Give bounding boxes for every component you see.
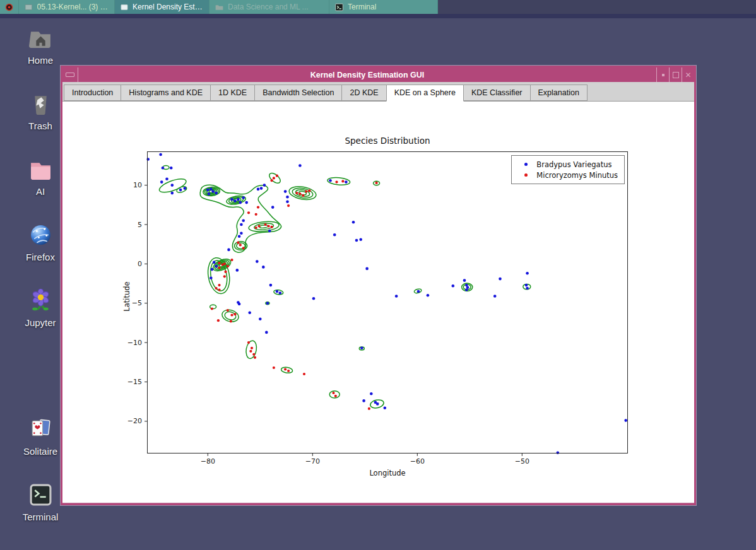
- legend-label: Bradypus Variegatus: [536, 160, 611, 169]
- taskbar-record-button[interactable]: [0, 0, 19, 14]
- home-icon: [29, 26, 52, 52]
- firefox-icon: [29, 223, 52, 247]
- folder-pink-icon: [29, 158, 52, 181]
- tab-histograms-and-kde[interactable]: Histograms and KDE: [121, 85, 211, 101]
- tab-introduction[interactable]: Introduction: [64, 85, 121, 101]
- plot-title: Species Distribution: [147, 136, 628, 146]
- window-title: Kernel Density Estimation GUI: [78, 67, 656, 82]
- taskbar-item-label: Terminal: [348, 3, 376, 11]
- tab-kde-classifier[interactable]: KDE Classifier: [463, 85, 531, 101]
- taskbar-right-strip: [438, 0, 756, 14]
- solitaire-cards-icon: [29, 418, 52, 441]
- legend-entry-bradypus-variegatus: Bradypus Variegatus: [517, 159, 618, 170]
- trash-icon: [29, 92, 52, 115]
- taskbar-item-terminal[interactable]: Terminal: [329, 0, 438, 14]
- kde-contours: [158, 166, 531, 409]
- tab-bandwidth-selection[interactable]: Bandwidth Selection: [254, 85, 342, 101]
- plot-legend: Bradypus VariegatusMicroryzomys Minutus: [511, 155, 625, 184]
- tab-kde-on-a-sphere[interactable]: KDE on a Sphere: [386, 85, 464, 102]
- tab-explanation[interactable]: Explanation: [530, 85, 588, 101]
- scatter-microryzomys-minutus: [211, 175, 378, 410]
- tab-bar: IntroductionHistograms and KDE1D KDEBand…: [62, 82, 694, 102]
- taskbar-item-label: Kernel Density Estim...: [133, 3, 204, 11]
- plot-canvas: −80−70−60−501050−5−10−15−20: [147, 151, 628, 453]
- taskbar: 05.13-Kernel... (3) - ...Kernel Density …: [0, 0, 438, 14]
- folder-pink-icon: [29, 158, 52, 183]
- taskbar-item-label: Data Science and ML ...: [228, 3, 309, 11]
- taskbar-item-kernel-density-estim[interactable]: Kernel Density Estim...: [115, 0, 210, 14]
- svg-text:5: 5: [138, 221, 142, 229]
- jupyter-flower-icon: [29, 289, 52, 312]
- close-button[interactable]: ✕: [682, 67, 694, 82]
- svg-text:10: 10: [133, 181, 142, 189]
- scatter-bradypus-variegatus: [146, 153, 627, 454]
- svg-text:−10: −10: [127, 339, 142, 347]
- window-active-icon: [120, 3, 129, 12]
- window-icon: [24, 3, 33, 12]
- desktop-icon-home[interactable]: Home: [10, 26, 71, 66]
- window-titlebar[interactable]: Kernel Density Estimation GUI ✕: [62, 67, 694, 82]
- svg-text:−15: −15: [127, 378, 142, 386]
- menu-dot-button[interactable]: [656, 67, 669, 82]
- legend-entry-microryzomys-minutus: Microryzomys Minutus: [517, 170, 618, 180]
- record-icon: [5, 3, 13, 12]
- terminal-small-icon: [334, 3, 344, 12]
- taskbar-shadow: [0, 14, 756, 18]
- svg-text:−70: −70: [305, 457, 320, 465]
- taskbar-item-label: 05.13-Kernel... (3) - ...: [37, 3, 109, 11]
- shade-button[interactable]: [62, 67, 78, 82]
- legend-label: Microryzomys Minutus: [536, 171, 618, 180]
- trash-icon: [29, 92, 52, 117]
- terminal-icon: [29, 483, 52, 508]
- terminal-icon: [29, 483, 52, 506]
- legend-marker-icon: [524, 173, 528, 177]
- matplotlib-plot: Species Distribution −80−70−60−501050−5−…: [147, 151, 628, 453]
- tick-labels: −80−70−60−501050−5−10−15−20: [127, 181, 529, 465]
- tab-1d-kde[interactable]: 1D KDE: [210, 85, 255, 101]
- menu-dot-icon: [662, 74, 664, 76]
- tab-2d-kde[interactable]: 2D KDE: [341, 85, 386, 101]
- axes-box: [148, 152, 628, 453]
- legend-marker-icon: [524, 163, 528, 166]
- desktop-icon-label: Home: [10, 55, 71, 66]
- svg-text:−50: −50: [515, 457, 529, 465]
- home-icon: [29, 26, 52, 50]
- maximize-icon: [673, 72, 679, 78]
- svg-text:−5: −5: [132, 299, 142, 307]
- axis-ticks: [145, 185, 522, 456]
- jupyter-flower-icon: [29, 289, 52, 314]
- tab-content: Species Distribution −80−70−60−501050−5−…: [62, 102, 694, 503]
- maximize-button[interactable]: [669, 67, 682, 82]
- x-axis-label: Longitude: [147, 469, 628, 477]
- firefox-icon: [29, 223, 52, 249]
- taskbar-item-05-13-kernel-3[interactable]: 05.13-Kernel... (3) - ...: [19, 0, 115, 14]
- svg-text:−60: −60: [410, 457, 425, 465]
- desktop-icon-label: Terminal: [10, 512, 71, 522]
- solitaire-cards-icon: [29, 418, 52, 443]
- svg-text:−20: −20: [127, 417, 142, 425]
- svg-text:0: 0: [138, 260, 142, 268]
- close-icon: ✕: [685, 71, 691, 79]
- taskbar-item-data-science-and-ml[interactable]: Data Science and ML ...: [210, 0, 329, 14]
- kde-gui-window: Kernel Density Estimation GUI ✕ Introduc…: [61, 66, 696, 505]
- folder-small-icon: [215, 3, 224, 12]
- shade-dash-icon: [66, 73, 74, 77]
- svg-text:−80: −80: [201, 457, 215, 465]
- y-axis-label: Latitude: [122, 278, 131, 315]
